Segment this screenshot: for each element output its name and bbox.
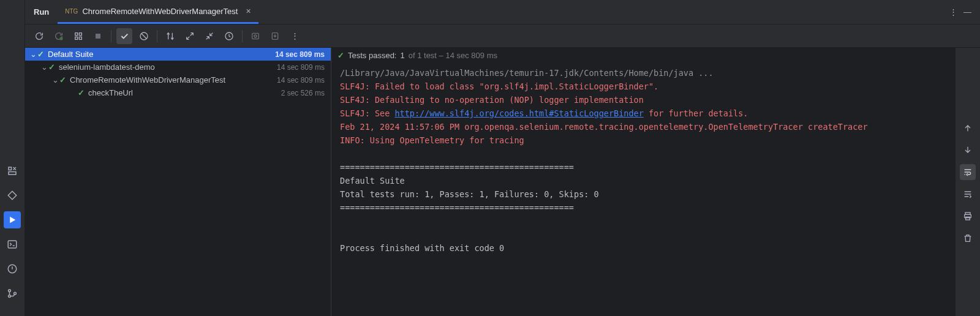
rerun-failed-icon[interactable] xyxy=(51,28,67,44)
svg-rect-8 xyxy=(75,32,78,35)
console-line: Feb 21, 2024 11:57:06 PM org.openqa.sele… xyxy=(340,122,868,132)
console-line: for further details. xyxy=(644,108,748,118)
svg-point-7 xyxy=(59,37,62,40)
svg-point-5 xyxy=(9,295,11,298)
body-content: ⌄ ✓ Default Suite 14 sec 809 ms ⌄ ✓ sele… xyxy=(25,48,980,316)
run-tool-icon[interactable] xyxy=(4,211,21,228)
passed-check-icon: ✓ xyxy=(59,75,66,85)
test-toolbar: ⋮ xyxy=(25,24,980,48)
passed-check-icon: ✓ xyxy=(48,62,55,72)
tests-summary-rest: of 1 test – 14 sec 809 ms xyxy=(409,51,497,60)
svg-marker-0 xyxy=(8,191,17,200)
rerun-icon[interactable] xyxy=(31,28,47,44)
console-line: ========================================… xyxy=(340,203,574,213)
tests-passed-count: 1 xyxy=(401,51,405,60)
tree-label: checkTheUrl xyxy=(88,88,281,97)
export-tests-icon[interactable] xyxy=(267,28,283,44)
svg-point-4 xyxy=(9,290,11,292)
svg-point-16 xyxy=(254,35,257,37)
left-tool-rail xyxy=(0,0,24,316)
services-icon[interactable] xyxy=(4,187,21,204)
tree-time: 2 sec 526 ms xyxy=(281,89,325,97)
stop-icon[interactable] xyxy=(90,28,106,44)
history-icon[interactable] xyxy=(221,28,237,44)
show-passed-icon[interactable] xyxy=(116,28,132,44)
tree-time: 14 sec 809 ms xyxy=(277,76,325,85)
console-line: SLF4J: Failed to load class "org.slf4j.i… xyxy=(340,81,658,91)
console-line: SLF4J: See xyxy=(340,108,394,118)
chevron-down-icon[interactable]: ⌄ xyxy=(51,75,59,85)
console-line: INFO: Using OpenTelemetry for tracing xyxy=(340,135,524,145)
run-tab[interactable]: Run xyxy=(25,0,58,24)
tree-label: selenium-lambdatest-demo xyxy=(59,62,277,72)
main-column: Run NTG ChromeRemoteWithWebDriverManager… xyxy=(24,0,980,316)
passed-check-icon: ✓ xyxy=(337,51,344,60)
scroll-to-end-icon[interactable] xyxy=(960,186,976,202)
import-tests-icon[interactable] xyxy=(247,28,263,44)
expand-all-icon[interactable] xyxy=(182,28,198,44)
passed-check-icon: ✓ xyxy=(37,50,44,59)
terminal-icon[interactable] xyxy=(4,236,21,253)
console-line: Default Suite xyxy=(340,176,405,186)
console-output[interactable]: /Library/Java/JavaVirtualMachines/temuri… xyxy=(331,62,956,316)
tree-time: 14 sec 809 ms xyxy=(275,50,325,59)
slf4j-link[interactable]: http://www.slf4j.org/codes.html#StaticLo… xyxy=(394,108,643,118)
tree-root-row[interactable]: ⌄ ✓ Default Suite 14 sec 809 ms xyxy=(25,48,331,61)
print-icon[interactable] xyxy=(960,208,976,224)
minimize-icon[interactable]: — xyxy=(963,7,971,17)
collapse-all-icon[interactable] xyxy=(202,28,217,44)
tree-label: Default Suite xyxy=(48,50,275,59)
console-status-header: ✓ Tests passed: 1 of 1 test – 14 sec 809… xyxy=(331,48,956,62)
tree-class-row[interactable]: ⌄ ✓ ChromeRemoteWithWebDriverManagerTest… xyxy=(25,73,331,86)
toggle-auto-test-icon[interactable] xyxy=(70,28,86,44)
sort-icon[interactable] xyxy=(162,28,178,44)
more-icon[interactable]: ⋮ xyxy=(949,7,957,17)
svg-rect-15 xyxy=(252,33,259,39)
chevron-down-icon[interactable]: ⌄ xyxy=(40,62,48,72)
show-ignored-icon[interactable] xyxy=(136,28,152,44)
tree-label: ChromeRemoteWithWebDriverManagerTest xyxy=(70,75,277,85)
problems-icon[interactable] xyxy=(4,260,21,277)
console-line: Total tests run: 1, Passes: 1, Failures:… xyxy=(340,189,599,199)
svg-rect-2 xyxy=(8,241,17,248)
console-line: ========================================… xyxy=(340,162,574,172)
soft-wrap-icon[interactable] xyxy=(960,164,976,180)
console-line: Process finished with exit code 0 xyxy=(340,243,504,253)
passed-check-icon: ✓ xyxy=(78,88,85,97)
tab-bar: Run NTG ChromeRemoteWithWebDriverManager… xyxy=(25,0,980,24)
right-gutter xyxy=(956,48,980,316)
build-icon[interactable] xyxy=(4,162,21,179)
console-panel: ✓ Tests passed: 1 of 1 test – 14 sec 809… xyxy=(331,48,956,316)
file-tab[interactable]: NTG ChromeRemoteWithWebDriverManagerTest… xyxy=(58,0,258,24)
clear-all-icon[interactable] xyxy=(960,230,976,246)
svg-rect-9 xyxy=(79,32,81,35)
testng-icon: NTG xyxy=(65,8,78,15)
vcs-icon[interactable] xyxy=(4,285,21,302)
tree-project-row[interactable]: ⌄ ✓ selenium-lambdatest-demo 14 sec 809 … xyxy=(25,61,331,73)
toolbar-more-icon[interactable]: ⋮ xyxy=(287,28,303,44)
console-line: /Library/Java/JavaVirtualMachines/temuri… xyxy=(340,68,714,78)
chevron-down-icon[interactable]: ⌄ xyxy=(29,50,37,59)
scroll-down-icon[interactable] xyxy=(960,142,976,158)
test-tree[interactable]: ⌄ ✓ Default Suite 14 sec 809 ms ⌄ ✓ sele… xyxy=(25,48,331,316)
svg-rect-12 xyxy=(96,34,100,39)
tree-method-row[interactable]: ⌄ ✓ checkTheUrl 2 sec 526 ms xyxy=(25,86,331,99)
file-tab-label: ChromeRemoteWithWebDriverManagerTest xyxy=(82,7,238,16)
tests-passed-label: Tests passed: xyxy=(348,51,397,60)
svg-marker-1 xyxy=(10,217,15,224)
svg-rect-10 xyxy=(75,37,78,39)
run-tab-label: Run xyxy=(34,7,49,17)
close-icon[interactable]: × xyxy=(246,6,251,16)
svg-point-6 xyxy=(14,292,17,295)
tree-time: 14 sec 809 ms xyxy=(277,63,325,72)
console-line: SLF4J: Defaulting to no-operation (NOP) … xyxy=(340,95,644,105)
scroll-up-icon[interactable] xyxy=(960,120,976,136)
svg-rect-11 xyxy=(79,37,81,39)
